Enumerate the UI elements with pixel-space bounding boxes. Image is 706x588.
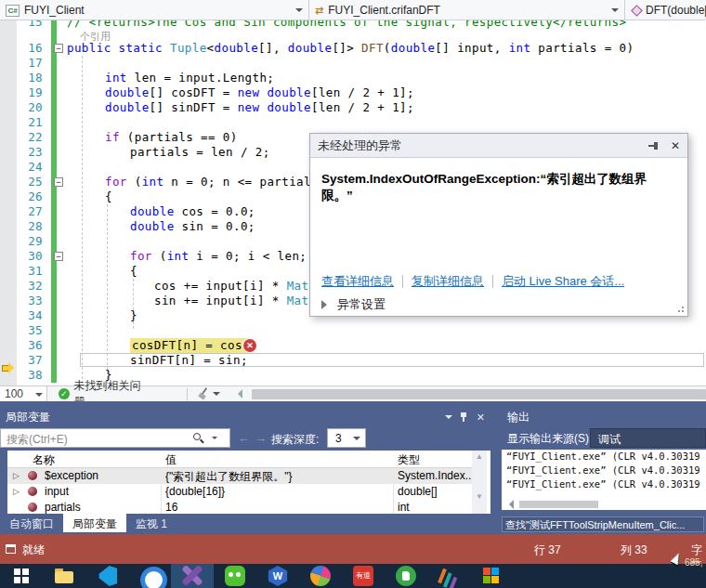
chevron-down-icon[interactable] — [212, 437, 217, 442]
code-line[interactable]: 19double[] cosDFT = new double[len / 2 +… — [0, 85, 706, 100]
code-cleanup-icon[interactable] — [197, 387, 210, 400]
code-token: < — [207, 41, 215, 55]
exception-link[interactable]: 查看详细信息 — [321, 273, 394, 290]
locals-row[interactable]: partials16int — [7, 500, 472, 514]
code-line[interactable]: 15// <returns>The Cos and Sin components… — [0, 20, 706, 29]
exception-link[interactable]: 复制详细信息 — [412, 273, 484, 290]
pin-icon[interactable] — [648, 141, 661, 150]
output-source-dropdown[interactable]: 调试 — [590, 428, 706, 448]
code-text: double cos = 0.0; — [130, 204, 255, 219]
taskbar-button-evernote[interactable] — [385, 564, 427, 588]
resize-grip[interactable] — [677, 306, 685, 313]
variable-type: int — [398, 501, 410, 514]
output-titlebar[interactable]: 输出 — [502, 409, 706, 425]
back-arrow-icon[interactable]: ← — [238, 431, 250, 445]
panel-tab-局部变量[interactable]: 局部变量 — [63, 514, 126, 532]
pinwheel-icon — [310, 566, 331, 586]
find-status-box[interactable]: 查找"测试FFTToolStripMenuItem_Clic... — [502, 516, 704, 532]
taskbar-button-file-explorer[interactable] — [43, 564, 85, 588]
fold-toggle-icon[interactable]: − — [54, 44, 63, 53]
output-line: “FUYI_Client.exe” (CLR v4.0.30319 — [502, 450, 706, 464]
expander-icon[interactable]: ▷ — [13, 471, 20, 480]
panel-splitter[interactable] — [490, 409, 502, 514]
code-line[interactable]: 个引用 — [0, 29, 706, 41]
exception-link[interactable]: 启动 Live Share 会话... — [502, 273, 624, 290]
scroll-left-icon[interactable] — [504, 500, 514, 509]
fold-toggle-icon[interactable]: − — [54, 177, 63, 187]
taskbar-button-wechat[interactable] — [214, 564, 256, 588]
line-number: 34 — [17, 308, 43, 323]
zoom-selector[interactable]: 100 % — [0, 386, 47, 402]
project-name: FUYI_Client — [24, 4, 85, 17]
taskbar-button-circle-app[interactable] — [128, 564, 171, 588]
codelens-references[interactable]: 个引用 — [80, 29, 111, 41]
class-dropdown[interactable]: ⇄ FUYI_Client.crifanDFT — [309, 0, 625, 20]
scroll-up-icon[interactable]: ▲ — [472, 452, 487, 461]
pin-icon[interactable] — [460, 412, 467, 423]
code-text: double[] sinDFT = new double[len / 2 + 1… — [105, 100, 414, 115]
method-dropdown[interactable]: DFT(double[] i — [625, 0, 706, 20]
code-line[interactable]: 18int len = input.Length; — [0, 71, 706, 85]
scroll-left-icon[interactable] — [233, 389, 242, 399]
output-hscrollbar[interactable] — [502, 499, 706, 510]
line-number: 27 — [17, 204, 43, 219]
error-icon[interactable]: ✕ — [243, 339, 256, 352]
panel-tab-自动窗口[interactable]: 自动窗口 — [0, 514, 63, 532]
status-ready: 就绪 — [22, 542, 45, 558]
taskbar-button-visual-studio[interactable] — [171, 564, 214, 588]
editor-bottom-bar: 100 % ✓ 未找到相关问题 — [0, 385, 706, 401]
taskbar-button-start[interactable] — [0, 564, 43, 588]
taskbar-button-youdao[interactable]: 有道 — [342, 564, 385, 588]
window-menu-icon[interactable] — [445, 415, 452, 423]
line-number: 37 — [17, 353, 43, 368]
locals-titlebar[interactable]: 局部变量 ✕ — [0, 409, 490, 425]
code-line[interactable]: 17 — [0, 56, 706, 71]
locals-grid[interactable]: 名称 值 类型 ▷$exception{"索引超出了数组界限。"}System.… — [0, 451, 490, 514]
chevron-down-icon[interactable] — [353, 437, 360, 444]
taskbar-button-stripes[interactable] — [427, 564, 470, 588]
taskbar-button-pinwheel[interactable] — [299, 564, 342, 588]
taskbar-button-wps[interactable]: W — [256, 564, 299, 588]
exception-popup-titlebar[interactable]: 未经处理的异常 ✕ — [310, 134, 687, 158]
variable-name: partials — [45, 501, 81, 514]
code-line[interactable]: 36cosDFT[n] = cos;✕ — [0, 338, 706, 353]
project-dropdown[interactable]: C# FUYI_Client — [0, 0, 309, 20]
variable-value: 16 — [165, 501, 177, 514]
chevron-down-icon[interactable] — [611, 8, 619, 16]
output-text-area[interactable]: “FUYI_Client.exe” (CLR v4.0.30319“FUYI_C… — [502, 450, 706, 499]
column-header-name[interactable]: 名称 — [33, 452, 55, 468]
close-icon[interactable]: ✕ — [477, 412, 485, 424]
chevron-down-icon[interactable] — [295, 8, 303, 16]
code-line[interactable]: 35 — [0, 323, 706, 338]
column-header-value[interactable]: 值 — [165, 452, 176, 468]
expander-icon[interactable]: ▷ — [13, 487, 20, 496]
fold-toggle-icon[interactable]: − — [54, 252, 63, 261]
code-line[interactable]: 37sinDFT[n] = sin; — [0, 353, 706, 368]
horizontal-scrollbar[interactable] — [252, 389, 706, 399]
taskbar-button-vscode[interactable] — [85, 564, 128, 588]
line-number: 20 — [17, 100, 43, 115]
locals-row[interactable]: ▷input{double[16]}double[] — [7, 484, 472, 500]
chevron-down-icon[interactable] — [35, 393, 43, 400]
locals-row[interactable]: ▷$exception{"索引超出了数组界限。"}System.Index... — [7, 468, 472, 484]
close-icon[interactable]: ✕ — [671, 139, 680, 152]
search-depth-label: 搜索深度: — [271, 432, 319, 448]
forward-arrow-icon[interactable]: → — [255, 431, 267, 445]
search-depth-dropdown[interactable]: 3 — [327, 428, 366, 448]
variable-icon — [28, 487, 37, 496]
output-title: 输出 — [507, 410, 530, 425]
code-line[interactable]: 16−public static Tuple<double[], double[… — [0, 41, 706, 56]
scrollbar-thumb[interactable] — [519, 501, 598, 508]
scroll-down-icon[interactable]: ▼ — [472, 492, 487, 501]
code-line[interactable]: 20double[] sinDFT = new double[len / 2 +… — [0, 100, 706, 115]
code-line[interactable]: 21 — [0, 115, 706, 130]
expander-triangle-icon — [321, 300, 332, 309]
chevron-down-icon[interactable] — [213, 392, 220, 399]
search-icon[interactable] — [193, 433, 201, 440]
column-header-type[interactable]: 类型 — [398, 452, 420, 468]
vertical-scrollbar[interactable]: ▲ ▼ — [472, 451, 487, 514]
splitter-band[interactable] — [0, 401, 706, 409]
taskbar-button-tiles[interactable] — [470, 564, 513, 588]
panel-tab-监视 1[interactable]: 监视 1 — [126, 514, 176, 532]
exception-settings-expander[interactable]: 异常设置 — [321, 296, 386, 313]
